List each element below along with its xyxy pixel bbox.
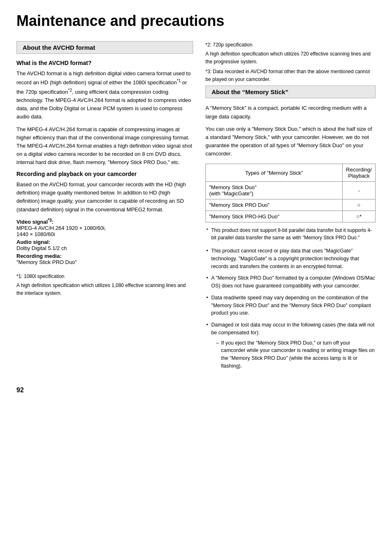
- avchd-para-1: The AVCHD format is a high definition di…: [16, 69, 193, 121]
- memory-stick-table: Types of "Memory Stick" Recording/Playba…: [205, 164, 376, 222]
- table-cell-type-3: "Memory Stick PRO-HG Duo": [206, 211, 343, 222]
- recording-media-label: Recording media:: [16, 253, 62, 259]
- audio-signal-row: Audio signal: Dolby Digital 5.1/2 ch: [16, 239, 193, 251]
- page-title: Maintenance and precautions: [16, 12, 376, 30]
- footnote-2-ref: *2: 720p specification: [205, 41, 376, 49]
- footnotes-block: *1: 1080i specification A high definitio…: [16, 273, 193, 297]
- recording-media-row: Recording media: "Memory Stick PRO Duo": [16, 253, 193, 265]
- right-column: *2: 720p specification A high definition…: [205, 41, 376, 374]
- sub-bullet-item-1: If you eject the "Memory Stick PRO Duo,"…: [215, 339, 376, 370]
- memory-intro-1: A "Memory Stick" is a compact, portable …: [205, 104, 376, 120]
- bullet-item-1: This product cannot record or play data …: [205, 247, 376, 270]
- table-footnote: This product does not support 8-bit para…: [205, 227, 376, 241]
- recording-media-value: "Memory Stick PRO Duo": [16, 259, 77, 265]
- video-signal-value: MPEG-4 AVC/H.264 1920 × 1080/60i,1440 × …: [16, 225, 106, 237]
- table-cell-playback-2: ○: [343, 199, 376, 211]
- table-row: "Memory Stick PRO Duo" ○: [206, 199, 376, 211]
- memory-intro-2: You can use only a "Memory Stick Duo," w…: [205, 125, 376, 158]
- footnote-2-text: A high definition specification which ut…: [205, 50, 376, 65]
- table-row: "Memory Stick PRO-HG Duo" ○*: [206, 211, 376, 222]
- memory-stick-section-header: About the “Memory Stick”: [205, 86, 376, 98]
- avchd-section-header: About the AVCHD format: [16, 41, 193, 54]
- left-column: About the AVCHD format What is the AVCHD…: [16, 41, 193, 299]
- table-col2-header: Recording/Playback: [343, 164, 376, 182]
- video-signal-row: Video signal*3: MPEG-4 AVC/H.264 1920 × …: [16, 218, 193, 237]
- table-cell-playback-1: -: [343, 182, 376, 199]
- recording-para: Based on the AVCHD format, your camcorde…: [16, 181, 193, 214]
- audio-signal-value: Dolby Digital 5.1/2 ch: [16, 245, 67, 251]
- table-cell-type-1: "Memory Stick Duo"(with "MagicGate"): [206, 182, 343, 199]
- table-cell-playback-3: ○*: [343, 211, 376, 222]
- footnote-1-ref: *1: 1080i specification: [16, 273, 193, 280]
- avchd-para-2: The MPEG-4 AVC/H.264 format is capable o…: [16, 125, 193, 167]
- memory-bullet-list: This product cannot record or play data …: [205, 247, 376, 370]
- bullet-item-3: Data read/write speed may vary depending…: [205, 294, 376, 317]
- bullet-item-2: A "Memory Stick PRO Duo" formatted by a …: [205, 274, 376, 290]
- signal-info: Video signal*3: MPEG-4 AVC/H.264 1920 × …: [16, 218, 193, 265]
- recording-heading: Recording and playback on your camcorder: [16, 171, 193, 177]
- video-signal-label: Video signal*3:: [16, 219, 53, 225]
- sub-bullet-list: If you eject the "Memory Stick PRO Duo,"…: [211, 339, 376, 370]
- what-is-heading: What is the AVCHD format?: [16, 60, 193, 66]
- bullet-item-4: Damaged or lost data may occur in the fo…: [205, 321, 376, 370]
- table-row: "Memory Stick Duo"(with "MagicGate") -: [206, 182, 376, 199]
- page-number: 92: [16, 387, 376, 394]
- table-col1-header: Types of "Memory Stick": [206, 164, 343, 182]
- audio-signal-label: Audio signal:: [16, 239, 50, 245]
- table-cell-type-2: "Memory Stick PRO Duo": [206, 199, 343, 211]
- footnote-1-text: A high definition specification which ut…: [16, 282, 193, 297]
- footnote-3-text: *3: Data recorded in AVCHD format other …: [205, 68, 376, 83]
